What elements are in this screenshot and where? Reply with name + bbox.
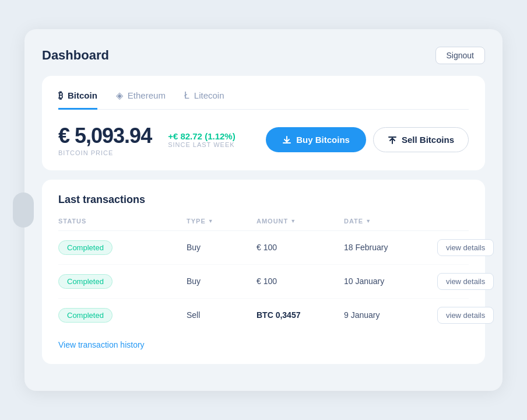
col-status: STATUS	[58, 218, 187, 225]
bitcoin-icon: ₿	[58, 90, 63, 101]
sort-date-icon: ▼	[366, 218, 371, 224]
type-cell-1: Buy	[187, 276, 257, 286]
ethereum-icon: ◈	[116, 90, 123, 101]
table-header: STATUS TYPE ▼ AMOUNT ▼ DATE ▼	[58, 218, 469, 231]
view-details-button-1[interactable]: view details	[437, 273, 494, 290]
col-type[interactable]: TYPE ▼	[187, 218, 257, 225]
tab-ethereum[interactable]: ◈ Ethereum	[116, 90, 166, 110]
type-cell-0: Buy	[187, 243, 257, 252]
main-container: Dashboard Signout ₿ Bitcoin ◈ Ethereum Ł…	[24, 29, 503, 391]
main-card: ₿ Bitcoin ◈ Ethereum Ł Litecoin € 5,093.…	[42, 76, 485, 170]
tab-bitcoin-label: Bitcoin	[68, 90, 97, 100]
date-cell-0: 18 February	[344, 243, 437, 252]
tab-bitcoin[interactable]: ₿ Bitcoin	[58, 90, 97, 110]
amount-cell-1: € 100	[257, 276, 344, 286]
date-cell-2: 9 January	[344, 310, 437, 320]
table-row: Completed Buy € 100 10 January view deta…	[58, 265, 469, 299]
price-change-block: +€ 82.72 (1.12%) SINCE LAST WEEK	[168, 131, 236, 148]
col-amount[interactable]: AMOUNT ▼	[257, 218, 344, 225]
table-row: Completed Sell BTC 0,3457 9 January view…	[58, 299, 469, 332]
tab-litecoin[interactable]: Ł Litecoin	[184, 90, 224, 110]
date-cell-1: 10 January	[344, 276, 437, 286]
sort-type-icon: ▼	[208, 218, 214, 224]
header: Dashboard Signout	[42, 47, 485, 64]
transactions-title: Last transactions	[58, 194, 469, 206]
sort-amount-icon: ▼	[290, 218, 296, 224]
view-details-button-0[interactable]: view details	[437, 239, 494, 256]
price-label: BITCOIN PRICE	[58, 149, 152, 156]
price-section: € 5,093.94 BITCOIN PRICE +€ 82.72 (1.12%…	[58, 124, 469, 156]
litecoin-icon: Ł	[184, 90, 189, 101]
status-cell-1: Completed	[58, 274, 187, 289]
tab-litecoin-label: Litecoin	[194, 90, 224, 100]
download-icon	[282, 135, 291, 145]
price-block: € 5,093.94 BITCOIN PRICE	[58, 124, 152, 156]
col-action	[437, 218, 519, 225]
view-details-button-2[interactable]: view details	[437, 307, 494, 324]
price-change: +€ 82.72 (1.12%)	[168, 131, 236, 141]
amount-cell-2: BTC 0,3457	[257, 310, 344, 320]
price-change-label: SINCE LAST WEEK	[168, 141, 236, 148]
action-cell-1: view details	[437, 273, 519, 290]
status-cell-0: Completed	[58, 240, 187, 255]
action-cell-2: view details	[437, 307, 519, 324]
status-cell-2: Completed	[58, 308, 187, 323]
upload-icon	[388, 135, 397, 145]
tabs: ₿ Bitcoin ◈ Ethereum Ł Litecoin	[58, 90, 469, 110]
status-badge: Completed	[58, 308, 113, 323]
scroll-handle[interactable]	[13, 192, 34, 228]
amount-cell-0: € 100	[257, 243, 344, 252]
table-row: Completed Buy € 100 18 February view det…	[58, 231, 469, 265]
page-title: Dashboard	[42, 48, 109, 63]
action-cell-0: view details	[437, 239, 519, 256]
view-history-link[interactable]: View transaction history	[58, 340, 145, 349]
bitcoin-price: € 5,093.94	[58, 124, 152, 148]
signout-button[interactable]: Signout	[435, 47, 485, 64]
col-date[interactable]: DATE ▼	[344, 218, 437, 225]
buy-bitcoins-button[interactable]: Buy Bitcoins	[266, 127, 366, 152]
sell-bitcoins-button[interactable]: Sell Bitcoins	[373, 127, 469, 152]
transactions-card: Last transactions STATUS TYPE ▼ AMOUNT ▼…	[42, 180, 485, 364]
status-badge: Completed	[58, 240, 113, 255]
tab-ethereum-label: Ethereum	[128, 90, 166, 100]
action-buttons: Buy Bitcoins Sell Bitcoins	[266, 127, 469, 152]
status-badge: Completed	[58, 274, 113, 289]
type-cell-2: Sell	[187, 310, 257, 320]
